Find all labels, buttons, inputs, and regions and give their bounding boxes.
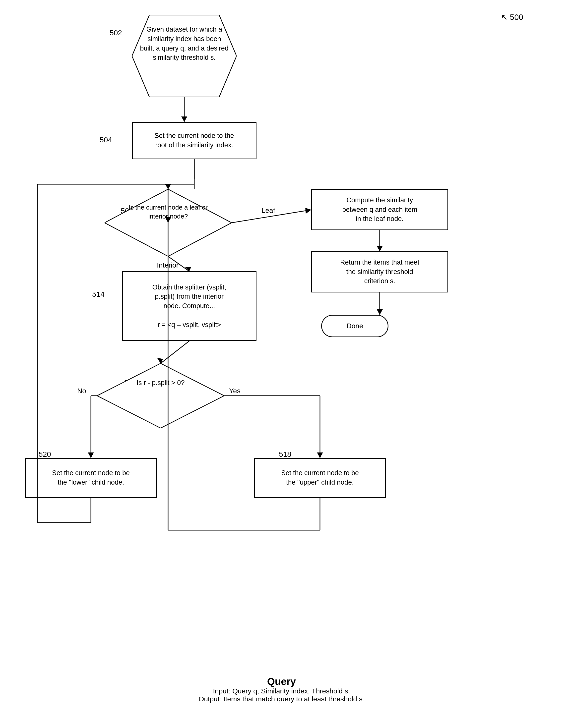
svg-line-18 <box>168 256 189 271</box>
svg-text:No: No <box>77 387 86 395</box>
node-508: Compute the similaritybetween q and each… <box>311 189 448 230</box>
svg-marker-12 <box>305 208 311 214</box>
node-514-text: Obtain the splitter (vsplit,p.split) fro… <box>152 283 226 330</box>
node-510: Return the items that meetthe similarity… <box>311 251 448 292</box>
node-508-text: Compute the similaritybetween q and each… <box>342 196 417 224</box>
node-502-text: Given dataset for which a similarity ind… <box>137 22 231 65</box>
caption-area: Query Input: Query q, Similarity index, … <box>0 676 563 703</box>
svg-marker-29 <box>317 452 323 458</box>
figure-number: ↖ 500 <box>501 12 523 22</box>
hexagon-502: Given dataset for which a similarity ind… <box>132 15 236 97</box>
label-518: 518 <box>279 450 291 458</box>
diagram-container: ↖ 500 502 Given dataset for which a simi… <box>0 0 563 728</box>
node-516-text: Is r - p.split > 0? <box>119 378 202 388</box>
diamond-516: Is r - p.split > 0? <box>97 363 224 428</box>
flow-arrows: Leaf Interior No Yes <box>0 0 563 728</box>
caption-line1: Input: Query q, Similarity index, Thresh… <box>0 687 563 695</box>
svg-marker-17 <box>377 309 383 315</box>
node-520-text: Set the current node to bethe "lower" ch… <box>52 468 130 487</box>
svg-line-21 <box>161 341 189 363</box>
node-518: Set the current node to bethe "upper" ch… <box>254 458 386 498</box>
svg-marker-10 <box>165 184 171 189</box>
caption-line2: Output: Items that match query to at lea… <box>0 695 563 703</box>
svg-marker-19 <box>185 267 191 271</box>
label-514: 514 <box>92 290 105 298</box>
node-520: Set the current node to bethe "lower" ch… <box>25 458 157 498</box>
caption-title: Query <box>0 676 563 687</box>
label-502: 502 <box>109 29 122 37</box>
node-518-text: Set the current node to bethe "upper" ch… <box>281 468 359 487</box>
node-504: Set the current node to theroot of the s… <box>132 122 256 159</box>
svg-marker-25 <box>88 452 94 458</box>
diamond-506: Is the current node a leaf or interior n… <box>105 189 231 256</box>
svg-marker-4 <box>181 116 187 122</box>
node-504-text: Set the current node to theroot of the s… <box>154 131 234 150</box>
svg-text:Interior: Interior <box>157 261 178 269</box>
node-512-text: Done <box>347 322 363 330</box>
label-520: 520 <box>39 450 51 458</box>
node-514: Obtain the splitter (vsplit,p.split) fro… <box>122 271 256 341</box>
svg-marker-15 <box>377 246 383 251</box>
svg-text:Leaf: Leaf <box>261 207 275 214</box>
svg-line-11 <box>231 210 311 223</box>
svg-marker-22 <box>157 358 163 363</box>
node-512: Done <box>321 315 389 337</box>
label-504: 504 <box>100 136 112 144</box>
node-510-text: Return the items that meetthe similarity… <box>340 258 419 286</box>
svg-text:Yes: Yes <box>229 387 240 395</box>
node-506-text: Is the current node a leaf or interior n… <box>124 203 212 221</box>
